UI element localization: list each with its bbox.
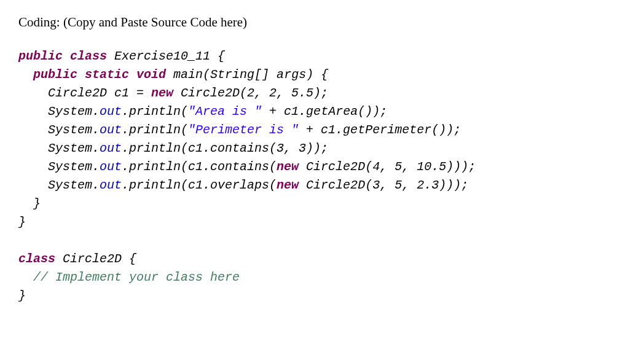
keyword-static: static: [85, 68, 129, 82]
code-text: Circle2D(2, 2, 5.5);: [173, 86, 328, 100]
keyword-public: public: [33, 68, 77, 82]
string-literal: "Perimeter is ": [188, 123, 299, 137]
string-literal: "Area is ": [188, 104, 262, 119]
code-text: [77, 68, 85, 82]
field-out: out: [100, 160, 122, 174]
code-text: .println(: [122, 123, 188, 137]
keyword-public: public: [18, 49, 63, 63]
field-out: out: [100, 104, 122, 119]
keyword-class: class: [18, 252, 55, 266]
code-text: + c1.getArea());: [262, 104, 387, 119]
keyword-class: class: [70, 49, 107, 63]
code-text: System.: [18, 123, 100, 137]
code-text: main(String[] args) {: [166, 68, 328, 82]
code-text: }: [18, 289, 26, 303]
code-text: Circle2D c1 =: [18, 86, 151, 100]
field-out: out: [100, 141, 122, 155]
code-text: [18, 270, 33, 284]
code-text: System.: [18, 178, 100, 192]
code-text: System.: [18, 104, 100, 119]
code-text: .println(c1.contains(: [122, 160, 277, 174]
code-text: System.: [18, 141, 100, 155]
code-text: [18, 68, 33, 82]
code-text: [129, 68, 136, 82]
code-text: .println(c1.contains(3, 3));: [122, 141, 328, 155]
code-text: .println(: [122, 104, 188, 119]
keyword-new: new: [277, 178, 299, 192]
code-text: Exercise10_11 {: [107, 49, 225, 63]
keyword-void: void: [136, 68, 166, 82]
code-text: }: [18, 197, 41, 211]
section-heading: Coding: (Copy and Paste Source Code here…: [18, 15, 626, 30]
code-comment: // Implement your class here: [33, 270, 240, 284]
code-text: + c1.getPerimeter());: [299, 123, 461, 137]
code-text: Circle2D(4, 5, 10.5)));: [299, 160, 476, 174]
code-block: public class Exercise10_11 { public stat…: [18, 47, 626, 305]
keyword-new: new: [277, 160, 299, 174]
keyword-new: new: [151, 86, 173, 100]
code-text: Circle2D(3, 5, 2.3)));: [299, 178, 468, 192]
code-text: Circle2D {: [55, 252, 136, 266]
code-text: [63, 49, 70, 63]
code-text: .println(c1.overlaps(: [122, 178, 277, 192]
field-out: out: [100, 178, 122, 192]
field-out: out: [100, 123, 122, 137]
code-text: }: [18, 215, 26, 229]
code-text: System.: [18, 160, 100, 174]
